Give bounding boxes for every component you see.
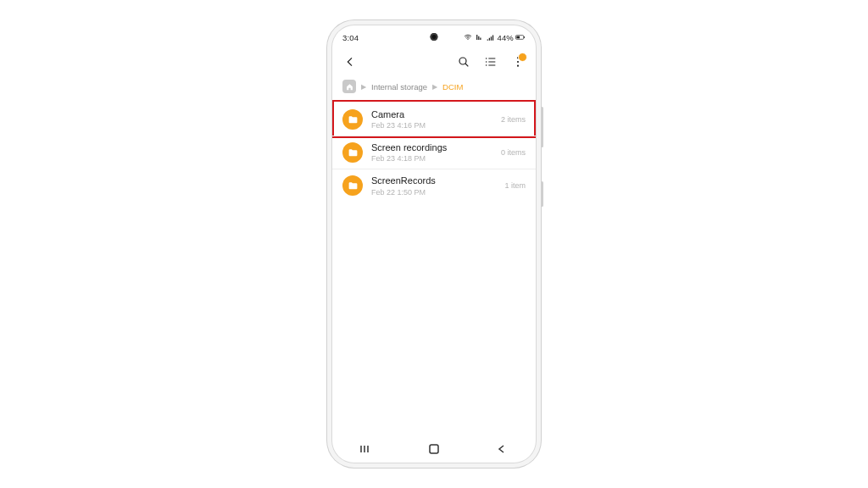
folder-date: Feb 23 4:18 PM [371, 154, 492, 163]
nav-home-button[interactable] [421, 443, 447, 455]
folder-name: ScreenRecords [371, 175, 496, 186]
folder-row[interactable]: ScreenRecords Feb 22 1:50 PM 1 item [332, 169, 536, 202]
svg-point-10 [517, 65, 519, 67]
search-button[interactable] [454, 53, 473, 71]
folder-row[interactable]: Camera Feb 23 4:16 PM 2 items [332, 103, 536, 136]
app-toolbar [332, 49, 536, 75]
svg-point-5 [486, 58, 487, 59]
folder-list: Camera Feb 23 4:16 PM 2 items Screen rec… [332, 103, 536, 439]
folder-count: 1 item [504, 181, 526, 190]
breadcrumb: ▶ Internal storage ▶ DCIM [332, 78, 536, 95]
breadcrumb-seg-current: DCIM [442, 82, 463, 92]
home-chip[interactable] [342, 80, 356, 93]
folder-date: Feb 22 1:50 PM [371, 188, 496, 197]
svg-point-4 [459, 58, 466, 64]
chevron-right-icon: ▶ [361, 83, 366, 91]
battery-text: 44% [497, 33, 514, 42]
battery-icon [515, 33, 526, 42]
view-toggle-button[interactable] [481, 53, 500, 71]
svg-point-6 [486, 61, 487, 63]
more-options-button[interactable] [509, 53, 527, 71]
svg-point-9 [517, 61, 519, 63]
folder-count: 0 items [501, 148, 526, 157]
chevron-right-icon: ▶ [432, 83, 437, 91]
status-bar: 3:04 44% [332, 30, 536, 44]
android-nav-bar [332, 441, 536, 458]
wifi-icon [464, 33, 472, 42]
phone-frame: 3:04 44% [332, 25, 536, 463]
svg-rect-2 [524, 36, 525, 38]
folder-date: Feb 23 4:16 PM [371, 121, 492, 130]
side-button-volume [541, 107, 543, 147]
folder-count: 2 items [501, 115, 526, 124]
signal-icon [486, 33, 494, 42]
folder-icon [342, 142, 363, 163]
folder-row[interactable]: Screen recordings Feb 23 4:18 PM 0 items [332, 136, 536, 169]
folder-name: Screen recordings [371, 142, 492, 153]
folder-icon [342, 109, 363, 130]
svg-rect-3 [516, 36, 520, 39]
svg-point-7 [486, 64, 487, 66]
battery-indicator: 44% [497, 33, 526, 42]
svg-rect-11 [430, 445, 438, 453]
nav-back-button[interactable] [489, 444, 515, 454]
breadcrumb-seg-internal[interactable]: Internal storage [371, 82, 427, 92]
notification-badge [518, 53, 527, 62]
volte-icon [475, 33, 483, 42]
folder-icon [342, 175, 363, 196]
back-button[interactable] [341, 53, 359, 71]
status-time: 3:04 [342, 33, 359, 42]
folder-name: Camera [371, 109, 492, 120]
nav-recent-button[interactable] [353, 444, 379, 454]
svg-point-0 [468, 39, 469, 40]
side-button-power [541, 181, 543, 207]
